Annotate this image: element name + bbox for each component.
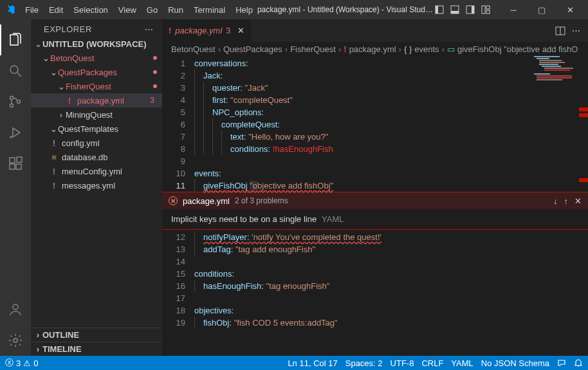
maximize-button[interactable]: ▢ [529,0,555,19]
status-language[interactable]: YAML [451,358,473,368]
code-line[interactable]: conversations: [194,57,588,69]
tree-item-label: MiningQuest [66,110,157,120]
extensions-tab-icon[interactable] [0,148,31,179]
workspace-root[interactable]: ⌄ UNTITLED (WORKSPACE) [31,37,162,51]
status-errors[interactable]: ⓧ3 ⚠0 [5,357,38,369]
file-row[interactable]: !package.yml3 [31,93,162,107]
code-line[interactable] [194,292,588,304]
editor-more-icon[interactable]: ⋯ [572,26,580,35]
breadcrumb-node[interactable]: giveFishObj "objective add fishO [457,44,578,54]
code-line[interactable]: events: [194,167,588,180]
status-schema[interactable]: No JSON Schema [481,358,549,368]
status-spaces[interactable]: Spaces: 2 [345,358,383,368]
menu-view[interactable]: View [114,3,141,17]
editor-content[interactable]: 1234567891011 conversations:Jack:quester… [162,56,588,192]
breadcrumb-folder[interactable]: BetonQuest [171,44,216,54]
folder-row[interactable]: ›MiningQuest [31,107,162,122]
code-line[interactable] [194,255,588,268]
timeline-section[interactable]: › TIMELINE [31,342,162,356]
svg-rect-6 [482,6,485,14]
minimize-button[interactable]: ─ [501,0,526,19]
editor-content-lower[interactable]: 1213141516171819 notifyPlayer: 'notify Y… [162,230,588,356]
code-line[interactable]: quester: "Jack" [194,82,588,94]
explorer-tab-icon[interactable] [0,24,31,55]
layout-icon[interactable] [480,4,492,15]
code-line[interactable] [194,155,588,167]
file-row[interactable]: !config.yml [31,136,162,150]
code-line[interactable]: addTag: "tag add enoughFish" [194,243,588,255]
code-line[interactable]: conditions: !hasEnoughFish [194,143,588,155]
chevron-down-icon: ⌄ [57,82,66,91]
panel-right-icon[interactable] [464,4,476,15]
yaml-file-icon: ! [344,44,346,54]
chevron-right-icon: › [57,110,66,120]
feedback-icon[interactable] [557,358,566,367]
code-line[interactable]: giveFishObj "objective add fishObj" [194,180,588,192]
debug-tab-icon[interactable] [0,117,31,148]
tab-problem-count: 3 [226,26,230,35]
menu-run[interactable]: Run [163,3,188,17]
menu-terminal[interactable]: Terminal [189,3,230,17]
settings-icon[interactable] [0,325,31,356]
breadcrumb-folder[interactable]: QuestPackages [223,44,282,54]
tree-item-label: database.db [62,153,157,162]
code-line[interactable]: objectives: [194,304,588,317]
status-bar: ⓧ3 ⚠0 Ln 11, Col 17 Spaces: 2 UTF-8 CRLF… [0,356,588,370]
problem-peek: ✕ package.yml 2 of 3 problems ↓ ↑ ✕ Impl… [162,192,588,230]
breadcrumb[interactable]: BetonQuest › QuestPackages › FisherQuest… [162,42,588,56]
status-encoding[interactable]: UTF-8 [390,358,414,368]
breadcrumb-node[interactable]: events [414,44,439,54]
file-row[interactable]: !messages.yml [31,178,162,192]
menu-file[interactable]: File [21,3,43,17]
code-line[interactable]: notifyPlayer: 'notify You've completed t… [194,231,588,243]
peek-filename: package.yml [183,196,230,206]
notifications-icon[interactable] [574,358,583,367]
code-line[interactable]: fishObj: "fish COD 5 events:addTag" [194,317,588,329]
git-tab-icon[interactable] [0,86,31,117]
folder-row[interactable]: ⌄QuestTemplates [31,122,162,136]
code-line[interactable]: NPC_options: [194,106,588,118]
file-tree: ⌄BetonQuest⌄QuestPackages⌄FisherQuest!pa… [31,51,162,328]
explorer-more-icon[interactable]: ⋯ [145,24,154,34]
status-cursor-pos[interactable]: Ln 11, Col 17 [288,358,337,368]
warning-icon: ⚠ [23,358,31,368]
file-icon: ! [49,138,59,148]
file-row[interactable]: ≡database.db [31,150,162,164]
outline-section[interactable]: › OUTLINE [31,328,162,342]
breadcrumb-folder[interactable]: FisherQuest [290,44,336,54]
folder-row[interactable]: ⌄QuestPackages [31,65,162,79]
svg-rect-15 [10,164,15,169]
search-tab-icon[interactable] [0,55,31,86]
code-line[interactable]: hasEnoughFish: "tag enoughFish" [194,280,588,292]
code-line[interactable]: completeQuest: [194,118,588,131]
prev-problem-icon[interactable]: ↓ [553,196,558,206]
file-row[interactable]: !menuConfig.yml [31,164,162,178]
modified-dot-icon [153,56,157,60]
menu-edit[interactable]: Edit [44,3,68,17]
peek-message: Implicit keys need to be on a single lin… [162,209,588,229]
editor-tab[interactable]: ! package.yml 3 ✕ [162,19,252,42]
code-line[interactable]: text: "Hello, how are you?" [194,131,588,143]
menu-go[interactable]: Go [142,3,162,17]
chevron-down-icon: ⌄ [41,53,50,63]
folder-row[interactable]: ⌄FisherQuest [31,79,162,93]
close-tab-icon[interactable]: ✕ [237,26,244,35]
code-area[interactable]: conversations:Jack:quester: "Jack"first:… [194,56,588,192]
code-line[interactable]: conditions: [194,268,588,280]
panel-bottom-icon[interactable] [449,4,461,15]
breadcrumb-file[interactable]: package.yml [349,44,396,54]
menu-selection[interactable]: Selection [69,3,112,17]
panel-left-icon[interactable] [434,4,445,15]
code-line[interactable]: Jack: [194,69,588,82]
code-area[interactable]: notifyPlayer: 'notify You've completed t… [194,230,588,356]
close-peek-icon[interactable]: ✕ [574,196,582,206]
folder-row[interactable]: ⌄BetonQuest [31,51,162,65]
code-line[interactable]: first: "completeQuest" [194,94,588,106]
account-icon[interactable] [0,294,31,325]
scrollbar[interactable] [579,56,588,192]
status-eol[interactable]: CRLF [421,358,443,368]
close-button[interactable]: ✕ [557,0,583,19]
split-editor-icon[interactable] [555,26,565,36]
next-problem-icon[interactable]: ↑ [564,196,569,206]
menu-help[interactable]: Help [231,3,257,17]
